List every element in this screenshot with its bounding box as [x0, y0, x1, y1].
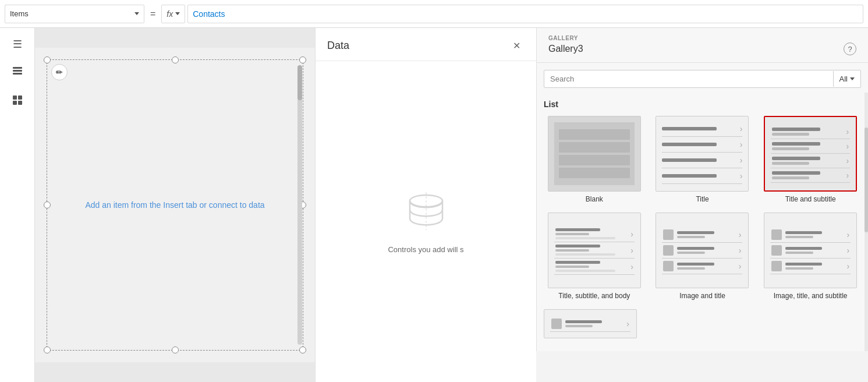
tsb-line1-2 [555, 245, 601, 247]
svg-rect-0 [13, 70, 22, 72]
ts-lines-3 [772, 157, 846, 165]
layers-icon[interactable] [8, 63, 27, 82]
bottom-line2 [565, 325, 593, 327]
its-rows: › › [770, 227, 851, 274]
its-row-2: › [770, 243, 851, 259]
hamburger-menu-icon[interactable]: ☰ [8, 35, 27, 54]
handle-bottom-center[interactable] [172, 346, 179, 353]
fx-chevron [175, 12, 180, 15]
fx-button[interactable]: fx [161, 5, 185, 23]
close-button[interactable]: ✕ [508, 37, 525, 54]
tsb-row-2: › [554, 242, 635, 259]
gallery-item-title-subtitle-body[interactable]: › › [544, 213, 645, 300]
gallery-item-preview-blank [548, 116, 641, 192]
ts-row-4: › [771, 168, 850, 183]
title-arrow-3: › [740, 155, 743, 165]
gallery-bottom-items: › [544, 309, 861, 346]
handle-top-left[interactable] [44, 56, 51, 63]
title-row-4: › [662, 171, 742, 184]
its-lines-1 [785, 231, 846, 238]
bottom-lines [565, 320, 626, 327]
blank-row-2 [559, 142, 630, 153]
title-row-3: › [662, 155, 742, 168]
it-arrow-3: › [739, 261, 742, 271]
tsb-line3-2 [555, 253, 615, 256]
gallery-scrollbar-thumb[interactable] [865, 128, 868, 232]
canvas-scrollbar[interactable] [297, 65, 302, 345]
gallery-item-title[interactable]: › › [652, 116, 753, 203]
handle-top-right[interactable] [299, 56, 306, 63]
gallery-item-preview-title-subtitle: › › [764, 116, 857, 192]
title-preview-rows: › › [662, 124, 742, 184]
tsb-line1-3 [555, 261, 601, 264]
it-line1-2 [677, 247, 714, 250]
handle-middle-left[interactable] [44, 201, 51, 208]
canvas-inner: ✏ Add an item from the Insert tab or con… [35, 48, 315, 362]
ts-line2-1 [772, 133, 809, 136]
gallery-item-label-it: Image and title [679, 292, 725, 300]
components-icon[interactable] [8, 91, 27, 109]
ts-arrow-4: › [846, 171, 849, 180]
gallery-item-image-title-subtitle[interactable]: › › [760, 213, 861, 300]
database-icon [403, 189, 449, 236]
gallery-item-label-title-subtitle: Title and subtitle [785, 195, 836, 203]
gallery-panel: GALLERY Gallery3 ? All List [536, 28, 868, 351]
ts-line2-2 [772, 147, 809, 150]
its-lines-3 [785, 263, 846, 270]
bottom-row: › [550, 316, 630, 332]
it-line1-3 [677, 263, 714, 266]
tsb-arrow-2: › [630, 246, 633, 255]
title-line-thick-3 [662, 158, 716, 162]
its-lines-2 [785, 247, 846, 254]
gallery-item-label-its: Image, title, and subtitle [774, 292, 848, 300]
formula-text: Contacts [193, 9, 225, 19]
gallery-item-title-subtitle[interactable]: › › [760, 116, 861, 203]
search-filter[interactable]: All [833, 71, 860, 87]
blank-inner [554, 122, 635, 185]
tsb-row-3: › [554, 259, 635, 275]
tsb-lines-1 [555, 228, 630, 239]
canvas-scrollbar-thumb[interactable] [297, 65, 302, 100]
ts-line1-2 [772, 142, 820, 146]
handle-bottom-right[interactable] [299, 346, 306, 353]
gallery-content: List Blank [537, 93, 868, 351]
ts-line1-3 [772, 157, 820, 160]
formula-value-box[interactable]: Contacts [187, 5, 863, 23]
gallery-item-blank[interactable]: Blank [544, 116, 645, 203]
gallery-item-label-title: Title [696, 195, 708, 203]
its-row-1: › [770, 227, 851, 243]
gallery-item-label-tsb: Title, subtitle, and body [558, 292, 630, 300]
tsb-line3-3 [555, 270, 615, 272]
data-panel: Data ✕ Controls you add will s [315, 28, 536, 382]
ts-line2-3 [772, 162, 809, 165]
ts-lines-4 [772, 171, 846, 179]
it-row-2: › [662, 243, 742, 259]
tsb-lines-3 [555, 261, 630, 272]
it-lines-2 [677, 247, 738, 254]
gallery-search[interactable]: All [544, 70, 861, 88]
search-input[interactable] [544, 70, 833, 87]
handle-bottom-left[interactable] [44, 346, 51, 353]
bottom-arrow: › [626, 319, 629, 328]
tsb-arrow-3: › [630, 262, 633, 271]
it-line1-1 [677, 231, 714, 234]
handle-top-center[interactable] [172, 56, 179, 63]
gallery-scrollbar[interactable] [865, 93, 868, 351]
gallery-item-bottom-partial[interactable]: › [544, 309, 637, 342]
bottom-line1 [565, 320, 602, 323]
it-arrow-2: › [739, 246, 742, 255]
name-box-chevron [134, 12, 139, 15]
svg-rect-5 [13, 101, 17, 105]
gallery-item-image-title[interactable]: › › [652, 213, 753, 300]
svg-rect-1 [13, 73, 22, 75]
it-row-1: › [662, 227, 742, 243]
help-icon[interactable]: ? [844, 43, 856, 55]
main-area: ☰ [0, 28, 868, 382]
ts-arrow-3: › [846, 156, 849, 165]
name-box[interactable]: Items [5, 5, 144, 23]
its-line1-1 [785, 231, 822, 234]
its-line1-3 [785, 263, 822, 266]
edit-icon[interactable]: ✏ [51, 64, 68, 80]
gallery-title-text: Gallery3 [548, 44, 583, 54]
it-arrow-1: › [739, 230, 742, 239]
